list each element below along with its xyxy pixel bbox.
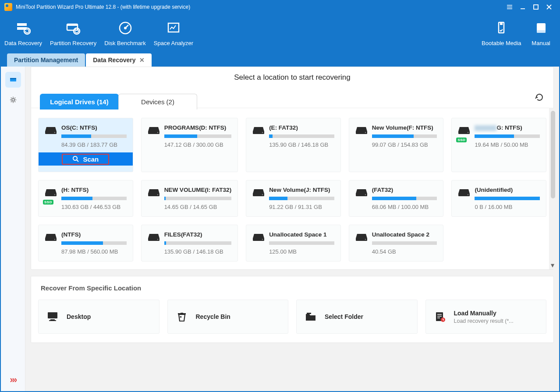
scrollbar-thumb[interactable]	[551, 111, 555, 198]
close-button[interactable]	[542, 2, 556, 12]
usage-bar	[372, 241, 437, 245]
usage-bar	[269, 197, 334, 200]
bootable-media-icon	[494, 21, 509, 35]
svg-rect-53	[437, 314, 442, 315]
svg-point-43	[262, 239, 263, 240]
subtab-label: Logical Drives (14)	[50, 98, 108, 106]
tool-label: Partition Recovery	[50, 40, 96, 46]
svg-point-21	[157, 132, 158, 133]
disk-icon	[458, 125, 470, 135]
drive-card[interactable]: (NTFS)87.98 MB / 560.00 MB	[38, 225, 133, 261]
tab-close-icon[interactable]: ✕	[139, 57, 145, 64]
drive-card[interactable]: (FAT32)68.06 MB / 100.00 MB	[349, 180, 444, 217]
minimize-button[interactable]	[516, 2, 529, 12]
drive-size: 14.65 GB / 14.65 GB	[164, 204, 232, 210]
app-logo-icon	[4, 3, 12, 11]
content-area: Select a location to start recovering Lo…	[25, 67, 559, 391]
scan-label: Scan	[83, 155, 99, 163]
location-icon	[305, 311, 318, 322]
tool-label: Manual	[532, 40, 550, 46]
tool-data-recovery[interactable]: Data Recovery	[4, 21, 50, 46]
drive-name-obscured	[475, 125, 496, 131]
drive-card[interactable]: Unallocated Space 240.54 GB	[349, 225, 444, 261]
disk-icon	[355, 125, 368, 135]
disk-icon	[148, 187, 160, 197]
svg-rect-50	[306, 316, 315, 321]
drives-panel: Select a location to start recovering Lo…	[31, 67, 554, 270]
location-card[interactable]: Select Folder	[296, 300, 418, 334]
title-bar: MiniTool Partition Wizard Pro Ultimate 1…	[1, 1, 559, 13]
usage-bar	[269, 241, 334, 245]
tool-label: Space Analyzer	[154, 40, 193, 46]
drive-card[interactable]: Unallocated Space 1125.00 MB	[246, 225, 341, 261]
disk-icon	[148, 125, 160, 135]
subtab-logical-drives[interactable]: Logical Drives (14)	[40, 94, 119, 109]
scrollbar-down-icon[interactable]: ▾	[550, 262, 555, 268]
usage-bar	[61, 134, 127, 138]
disk-icon	[252, 232, 265, 242]
drive-card[interactable]: FILES(FAT32)135.90 GB / 146.18 GB	[141, 225, 238, 261]
tool-manual[interactable]: Manual	[526, 21, 556, 46]
rail-expand-button[interactable]	[5, 374, 21, 387]
drive-name: New Volume(F: NTFS)	[372, 124, 433, 131]
svg-point-29	[54, 194, 55, 195]
svg-point-35	[365, 194, 366, 195]
drive-card[interactable]: NEW VOLUME(I: FAT32)14.65 GB / 14.65 GB	[141, 180, 238, 217]
disk-icon	[45, 125, 57, 135]
drive-card[interactable]: SSD(H: NTFS)130.63 GB / 446.53 GB	[38, 180, 133, 217]
maximize-button[interactable]	[529, 2, 542, 12]
svg-rect-15	[10, 78, 16, 79]
location-name: Recycle Bin	[196, 313, 230, 320]
refresh-button[interactable]	[535, 93, 545, 102]
tab-data-recovery[interactable]: Data Recovery✕	[86, 53, 151, 67]
manual-icon	[534, 21, 549, 35]
menu-icon[interactable]	[503, 2, 516, 12]
usage-bar	[164, 241, 232, 245]
location-card[interactable]: Recycle Bin	[167, 300, 289, 334]
drive-card[interactable]: OS(C: NTFS)84.39 GB / 183.77 GBScan	[38, 118, 133, 172]
svg-rect-13	[537, 30, 546, 33]
drive-card[interactable]: New Volume(F: NTFS)99.07 GB / 154.83 GB	[349, 118, 444, 172]
location-card[interactable]: Load ManuallyLoad recovery result (*...	[425, 300, 547, 334]
tool-label: Data Recovery	[4, 40, 42, 46]
drive-card[interactable]: (E: FAT32)135.90 GB / 146.18 GB	[246, 118, 341, 172]
tool-space-analyzer[interactable]: Space Analyzer	[154, 21, 201, 46]
drive-size: 0 B / 16.00 MB	[475, 204, 540, 210]
tool-bootable-media[interactable]: Bootable Media	[476, 21, 526, 46]
tool-label: Disk Benchmark	[104, 40, 146, 46]
drive-size: 40.54 GB	[372, 248, 437, 255]
locations-grid: DesktopRecycle BinSelect FolderLoad Manu…	[31, 292, 553, 343]
usage-bar	[61, 241, 127, 245]
svg-point-18	[54, 132, 55, 133]
drives-grid: OS(C: NTFS)84.39 GB / 183.77 GBScanPROGR…	[31, 108, 553, 269]
tool-disk-benchmark[interactable]: Disk Benchmark	[104, 21, 154, 46]
usage-bar	[475, 134, 540, 138]
usage-bar	[164, 197, 232, 200]
tool-partition-recovery[interactable]: Partition Recovery	[50, 21, 104, 46]
drive-card[interactable]: New Volume(J: NTFS)91.22 GB / 91.31 GB	[246, 180, 341, 217]
disk-icon	[355, 187, 368, 197]
disk-icon	[148, 232, 160, 242]
rail-settings-button[interactable]	[5, 92, 21, 108]
location-card[interactable]: Desktop	[38, 300, 159, 334]
location-icon	[176, 311, 189, 322]
location-name: Load Manually	[454, 310, 514, 317]
svg-rect-54	[437, 316, 442, 317]
drive-card[interactable]: SSDG: NTFS)19.64 MB / 50.00 MB	[451, 118, 546, 172]
svg-rect-47	[50, 319, 55, 320]
svg-point-19	[73, 156, 77, 160]
drive-card[interactable]: (Unidentified)0 B / 16.00 MB	[451, 180, 546, 217]
svg-point-45	[365, 239, 366, 240]
tab-partition-management[interactable]: Partition Management	[7, 53, 85, 67]
subtab-devices[interactable]: Devices (2)	[118, 94, 197, 109]
svg-rect-55	[437, 318, 440, 318]
drive-name-suffix: G: NTFS)	[496, 124, 522, 131]
drive-card[interactable]: PROGRAMS(D: NTFS)147.12 GB / 300.00 GB	[141, 118, 238, 172]
scan-button[interactable]: Scan	[39, 152, 133, 166]
drive-name: (H: NTFS)	[61, 187, 89, 193]
usage-bar	[61, 197, 127, 200]
drive-name: (FAT32)	[372, 187, 393, 193]
rail-drives-button[interactable]	[5, 72, 21, 88]
workspace: Select a location to start recovering Lo…	[1, 67, 559, 391]
disk-icon	[45, 187, 57, 197]
